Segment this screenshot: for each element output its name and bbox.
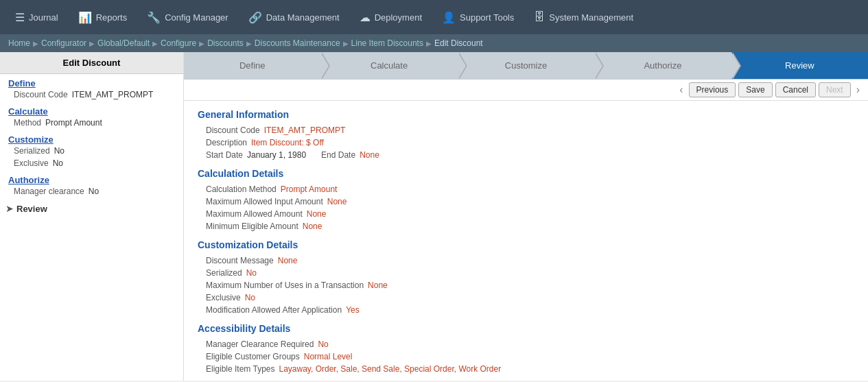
detail-max-input: Maximum Allowed Input Amount None	[198, 195, 854, 208]
wizard-steps: Define Calculate Customize Authorize Rev…	[184, 52, 868, 80]
sidebar-section-authorize: Authorize Manager clearance No	[0, 171, 183, 199]
save-button[interactable]: Save	[738, 82, 772, 97]
config-icon: 🔧	[147, 11, 161, 24]
system-icon: 🗄	[534, 11, 545, 23]
detail-customer-groups: Eligible Customer Groups Normal Level	[198, 350, 854, 363]
breadcrumb-home[interactable]: Home	[8, 38, 30, 48]
detail-exclusive: Exclusive No	[198, 291, 854, 304]
detail-min-eligible: Minimum Eligible Amount None	[198, 220, 854, 232]
sidebar-section-calculate: Calculate Method Prompt Amount	[0, 102, 183, 130]
nav-deployment[interactable]: ☁ Deployment	[351, 7, 430, 28]
sidebar-review-label: Review	[16, 204, 47, 214]
data-icon: 🔗	[248, 11, 262, 24]
sidebar-customize-link[interactable]: Customize	[8, 134, 175, 145]
wizard-step-review[interactable]: Review	[731, 52, 868, 79]
breadcrumb-line-item[interactable]: Line Item Discounts	[351, 38, 423, 48]
customization-details-section: Customization Details Discount Message N…	[198, 239, 854, 316]
accessibility-details-section: Accessibility Details Manager Clearance …	[198, 323, 854, 375]
detail-max-allowed: Maximum Allowed Amount None	[198, 208, 854, 220]
nav-data-management[interactable]: 🔗 Data Management	[240, 7, 348, 28]
nav-support-tools[interactable]: 👤 Support Tools	[434, 7, 522, 28]
wizard-step-customize[interactable]: Customize	[458, 52, 594, 79]
nav-prev-icon[interactable]: ‹	[677, 82, 685, 97]
wizard-step-define[interactable]: Define	[184, 52, 320, 79]
wizard-step-calculate[interactable]: Calculate	[320, 52, 457, 79]
general-info-title: General Information	[198, 109, 854, 120]
sidebar-manager-clearance: Manager clearance No	[8, 185, 175, 198]
customization-details-title: Customization Details	[198, 239, 854, 250]
detail-manager-clearance: Manager Clearance Required No	[198, 338, 854, 350]
detail-description: Description Item Discount: $ Off	[198, 136, 854, 149]
previous-button[interactable]: Previous	[689, 82, 736, 97]
sidebar-calculate-link[interactable]: Calculate	[8, 106, 175, 117]
detail-serialized: Serialized No	[198, 267, 854, 279]
main-layout: Edit Discount Define Discount Code ITEM_…	[0, 52, 868, 381]
detail-start-date: Start Date January 1, 1980 End Date None	[198, 149, 854, 161]
nav-journal[interactable]: ☰ Journal	[7, 7, 67, 28]
sidebar-authorize-link[interactable]: Authorize	[8, 175, 175, 185]
wizard-step-authorize[interactable]: Authorize	[594, 52, 731, 79]
breadcrumb-global[interactable]: Global/Default	[97, 38, 150, 48]
breadcrumb-configure[interactable]: Configure	[161, 38, 196, 48]
cancel-button[interactable]: Cancel	[775, 82, 816, 97]
sidebar: Edit Discount Define Discount Code ITEM_…	[0, 52, 184, 381]
sidebar-define-link[interactable]: Define	[8, 78, 175, 88]
general-info-section: General Information Discount Code ITEM_A…	[198, 109, 854, 161]
detail-max-uses: Maximum Number of Uses in a Transaction …	[198, 279, 854, 291]
detail-discount-message: Discount Message None	[198, 254, 854, 267]
support-icon: 👤	[442, 11, 456, 24]
nav-next-icon[interactable]: ›	[854, 82, 863, 97]
sidebar-title: Edit Discount	[0, 52, 183, 74]
sidebar-discount-code: Discount Code ITEM_AMT_PROMPT	[8, 88, 175, 101]
sidebar-exclusive: Exclusive No	[8, 157, 175, 169]
accessibility-details-title: Accessibility Details	[198, 323, 854, 334]
top-navigation: ☰ Journal 📊 Reports 🔧 Config Manager 🔗 D…	[0, 0, 868, 34]
breadcrumb-discounts-maintenance[interactable]: Discounts Maintenance	[255, 38, 340, 48]
detail-calc-method: Calculation Method Prompt Amount	[198, 183, 854, 195]
content-area: Define Calculate Customize Authorize Rev…	[184, 52, 868, 381]
detail-modification-allowed: Modification Allowed After Application Y…	[198, 304, 854, 316]
reports-icon: 📊	[78, 11, 92, 24]
toolbar: ‹ Previous Save Cancel Next ›	[184, 80, 868, 101]
nav-reports[interactable]: 📊 Reports	[70, 7, 136, 28]
journal-icon: ☰	[15, 11, 25, 24]
breadcrumb-discounts[interactable]: Discounts	[207, 38, 244, 48]
breadcrumb-current: Edit Discount	[434, 38, 483, 48]
nav-config-manager[interactable]: 🔧 Config Manager	[139, 7, 237, 28]
current-arrow-icon: ➤	[5, 203, 14, 214]
sidebar-section-define: Define Discount Code ITEM_AMT_PROMPT	[0, 74, 183, 102]
sidebar-serialized: Serialized No	[8, 145, 175, 157]
detail-item-types: Eligible Item Types Layaway, Order, Sale…	[198, 363, 854, 375]
breadcrumb-configurator[interactable]: Configurator	[41, 38, 86, 48]
detail-discount-code: Discount Code ITEM_AMT_PROMPT	[198, 124, 854, 136]
sidebar-section-customize: Customize Serialized No Exclusive No	[0, 130, 183, 171]
nav-system-management[interactable]: 🗄 System Management	[526, 7, 642, 27]
calculation-details-title: Calculation Details	[198, 168, 854, 179]
sidebar-method: Method Prompt Amount	[8, 117, 175, 129]
next-button[interactable]: Next	[819, 82, 851, 97]
breadcrumb: Home ▶ Configurator ▶ Global/Default ▶ C…	[0, 34, 868, 52]
review-content: General Information Discount Code ITEM_A…	[184, 101, 868, 381]
calculation-details-section: Calculation Details Calculation Method P…	[198, 168, 854, 232]
deployment-icon: ☁	[360, 11, 371, 24]
sidebar-review-current: ➤ Review	[0, 199, 183, 215]
